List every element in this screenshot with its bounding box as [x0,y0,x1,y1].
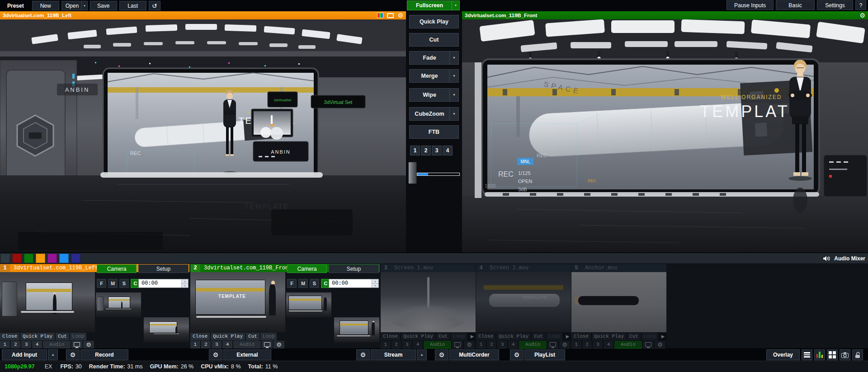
spin-up-icon[interactable]: ▲ [182,279,188,284]
input-3-thumbnail[interactable] [381,272,476,332]
gear-icon[interactable]: ⚙ [559,341,570,348]
close-button[interactable]: Close [571,333,591,340]
overlay-1-button[interactable]: 1 [571,341,581,348]
input-2-thumbnail[interactable]: TEMPLATE [190,272,285,332]
add-input-chevron-up-icon[interactable]: ▴ [48,349,58,360]
cut-button[interactable]: Cut [627,333,641,340]
undo-icon[interactable]: ↺ [149,1,160,10]
record-settings-gear-icon[interactable]: ⚙ [66,349,80,360]
gear-icon[interactable]: ⚙ [397,12,403,19]
key-f[interactable]: F [97,279,106,288]
chevron-down-icon[interactable]: ▾ [449,108,458,120]
camera-angle-thumb[interactable] [144,317,189,342]
snapshot-button[interactable] [840,349,850,360]
transition-merge-button[interactable]: Merge▾ [409,69,459,83]
overlay-4-button[interactable]: 4 [32,341,42,348]
overlay-2-button[interactable]: 2 [392,341,401,348]
add-input-button[interactable]: Add Input [2,349,47,360]
color-swatch[interactable] [24,254,33,263]
last-button[interactable]: Last [119,1,146,10]
overlay-3-button[interactable]: 3 [21,341,31,348]
color-bars-icon[interactable] [377,13,383,18]
overlay-3-button[interactable]: 3 [593,341,603,348]
color-swatch[interactable] [12,254,22,263]
chevron-down-icon[interactable]: ▾ [449,70,458,82]
cut-button[interactable]: Cut [409,33,459,47]
playlist-settings-gear-icon[interactable]: ⚙ [510,349,524,360]
overlay-2-button[interactable]: 2 [582,341,592,348]
play-icon[interactable]: ▶ [661,333,665,340]
spin-down-icon[interactable]: ▼ [182,284,188,288]
fullscreen-monitor-button[interactable] [71,341,82,348]
color-swatch[interactable] [71,254,80,263]
input-4-thumbnail[interactable]: TEMPLATE [476,272,571,332]
input-1-thumbnail[interactable] [0,272,95,332]
basic-button[interactable]: Basic [776,0,815,10]
stream-chevron-up-icon[interactable]: ▴ [417,349,427,360]
external-settings-gear-icon[interactable]: ⚙ [209,349,222,360]
camera-button[interactable]: Camera [97,264,137,273]
loop-button[interactable]: Loop [260,333,277,340]
overlay-2-button[interactable]: 2 [487,341,497,348]
close-button[interactable]: Close [381,333,400,340]
fullscreen-button[interactable]: Fullscreen [407,0,452,10]
input-3-header[interactable]: 3 Screen 1.mov [381,264,476,272]
time-input[interactable] [139,279,181,287]
overlay-1-button[interactable]: 1 [190,341,200,348]
setup-button[interactable]: Setup [329,264,379,273]
overlay-1-button[interactable]: 1 [476,341,486,348]
transition-fade-button[interactable]: Fade▾ [409,51,459,65]
monitor-icon[interactable] [387,13,394,18]
multicorder-button[interactable]: MultiCorder [449,349,499,360]
new-button[interactable]: New [32,1,59,10]
audio-button[interactable]: Audio [43,341,71,348]
record-button[interactable]: Record [80,349,128,360]
audio-button[interactable]: Audio [424,341,451,348]
overlay-3-button[interactable]: 3 [402,341,412,348]
quick-play-button[interactable]: Quick Play [496,333,531,340]
lock-button[interactable] [852,349,863,360]
stinger-4-button[interactable]: 4 [443,146,453,155]
overlay-4-button[interactable]: 4 [413,341,423,348]
overlay-3-button[interactable]: 3 [497,341,507,348]
play-icon[interactable]: ▶ [566,333,569,340]
external-button[interactable]: External [223,349,271,360]
gear-icon[interactable]: ⚙ [655,341,665,348]
overlay-button[interactable]: Overlay [766,349,800,360]
audio-meters-button[interactable] [814,349,825,360]
stream-button[interactable]: Stream [371,349,416,360]
help-button[interactable]: ? [855,0,866,10]
loop-button[interactable]: Loop [546,333,562,340]
menu-button[interactable] [802,349,812,360]
overlay-1-button[interactable]: 1 [0,341,10,348]
settings-button[interactable]: Settings [817,0,853,10]
gear-icon[interactable]: ⚙ [274,341,284,348]
stinger-3-button[interactable]: 3 [432,146,442,155]
pause-inputs-button[interactable]: Pause Inputs [726,0,774,10]
fullscreen-monitor-button[interactable] [262,341,273,348]
stream-settings-gear-icon[interactable]: ⚙ [356,349,370,360]
t-bar-track[interactable] [417,173,460,176]
overlay-3-button[interactable]: 3 [212,341,222,348]
transition-wipe-button[interactable]: Wipe▾ [409,88,459,102]
quick-play-button[interactable]: Quick Play [592,333,626,340]
overlay-4-button[interactable]: 4 [508,341,518,348]
input-5-header[interactable]: 5 Anchor.mov [571,264,666,272]
gear-icon[interactable]: ⚙ [83,341,94,348]
camera-button[interactable]: Camera [287,264,327,273]
close-button[interactable]: Close [0,333,19,340]
spin-down-icon[interactable]: ▼ [372,284,378,288]
setup-button[interactable]: Setup [138,264,189,273]
chevron-down-icon[interactable]: ▾ [449,52,458,64]
multiview-button[interactable] [827,349,838,360]
color-swatch[interactable] [36,254,45,263]
t-bar-handle[interactable] [408,162,417,184]
fullscreen-monitor-button[interactable] [643,341,654,348]
audio-mixer-toggle[interactable]: Audio Mixer [823,253,865,264]
gear-icon[interactable]: ⚙ [859,12,865,19]
color-swatch[interactable] [47,254,57,263]
overlay-2-button[interactable]: 2 [201,341,211,348]
fullscreen-chevron-down-icon[interactable]: ▾ [452,0,460,10]
time-input[interactable] [329,279,372,287]
close-button[interactable]: Close [190,333,210,340]
